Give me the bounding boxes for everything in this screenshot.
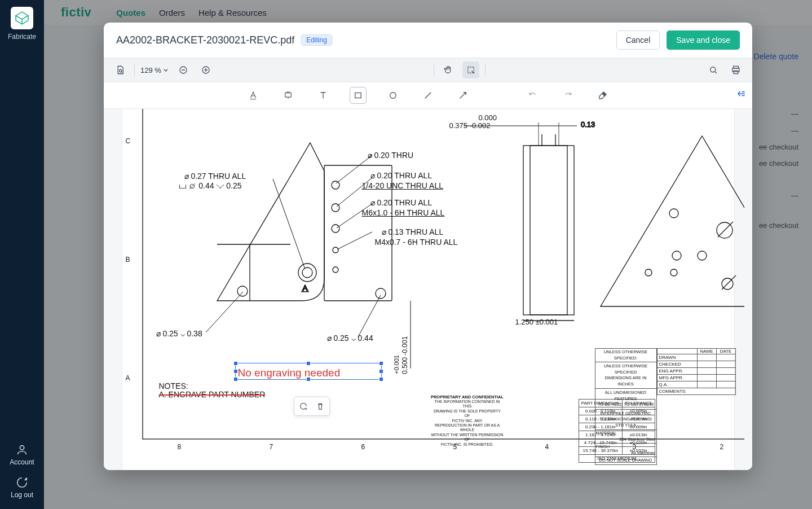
anno-delete-icon[interactable] <box>314 400 327 413</box>
page-icon[interactable] <box>112 62 129 78</box>
svg-text:A: A <box>303 284 307 292</box>
row-label: B <box>126 256 130 264</box>
logout-button[interactable]: Log out <box>11 476 33 499</box>
select-icon[interactable] <box>462 62 479 78</box>
callout: 1/4-20 UNC THRU ALL <box>362 181 443 190</box>
spec-block: UNLESS OTHERWISE SPECIFIED: UNLESS OTHER… <box>595 348 657 465</box>
annotation-toolbar <box>104 82 752 109</box>
note-icon[interactable] <box>280 87 297 104</box>
print-icon[interactable] <box>727 62 744 78</box>
dim: 0.000 <box>479 113 497 122</box>
zoom-in-icon[interactable] <box>197 62 214 78</box>
svg-line-41 <box>336 155 372 183</box>
svg-line-46 <box>358 295 381 337</box>
brand-icon[interactable] <box>11 7 33 29</box>
svg-point-24 <box>376 288 386 299</box>
svg-point-16 <box>332 181 339 189</box>
pdf-page: C B A 8 7 6 5 4 3 2 <box>122 109 734 470</box>
col-label: 2 <box>720 443 724 451</box>
notes-line: A. ENGRAVE PART NUMBER <box>159 390 266 399</box>
circle-icon[interactable] <box>385 87 401 104</box>
rectangle-icon[interactable] <box>350 87 367 104</box>
arrow-icon[interactable] <box>454 87 471 104</box>
account-label: Account <box>10 458 34 466</box>
anno-reply-icon[interactable] <box>297 400 310 413</box>
brand-label: Fabricate <box>8 33 36 41</box>
dim: 0.375 -0.002 <box>449 121 491 130</box>
redo-icon[interactable] <box>559 87 576 104</box>
viewer-toolbar: 129 % <box>104 58 752 82</box>
callout: ⌀ 0.27 THRU ALL <box>184 172 246 181</box>
svg-point-35 <box>670 269 677 276</box>
text-icon[interactable] <box>315 87 332 104</box>
callout: ⌀ 0.20 THRU ALL <box>370 198 433 207</box>
zoom-display[interactable]: 129 % <box>140 66 169 74</box>
svg-point-11 <box>390 93 396 99</box>
modal-title: AA2002-BRACKET-2030021-REVC.pdf <box>116 34 294 46</box>
svg-point-31 <box>669 209 678 218</box>
svg-rect-10 <box>355 93 361 98</box>
annotation-panel-toggle[interactable] <box>732 85 750 103</box>
pdf-canvas[interactable]: C B A 8 7 6 5 4 3 2 <box>104 109 752 470</box>
pan-icon[interactable] <box>440 62 457 78</box>
svg-text:0.13: 0.13 <box>581 120 595 129</box>
text-annotation[interactable]: No engraving needed <box>235 363 382 380</box>
notes-heading: NOTES: <box>159 381 188 390</box>
row-label: C <box>126 137 131 145</box>
svg-point-5 <box>710 67 716 72</box>
svg-point-19 <box>333 247 338 253</box>
svg-point-32 <box>672 251 681 260</box>
col-label: 4 <box>545 443 549 451</box>
col-label: 7 <box>270 443 273 451</box>
left-sidebar: Fabricate Account Log out <box>0 0 44 509</box>
svg-rect-9 <box>285 93 292 98</box>
svg-point-34 <box>645 269 652 276</box>
rev-block: NAMEDATE DRAWN CHECKED ENG APPR. MFG APP… <box>657 348 736 395</box>
line-icon[interactable] <box>420 87 436 104</box>
eraser-icon[interactable] <box>594 87 611 104</box>
svg-line-39 <box>722 275 736 289</box>
annotation-toolbar-mini <box>294 397 330 416</box>
callout: ⌀ 0.25 ⌵ 0.44 <box>327 334 373 343</box>
editing-badge: Editing <box>301 34 332 46</box>
logout-label: Log out <box>11 491 33 499</box>
svg-point-22 <box>302 267 312 278</box>
svg-point-23 <box>237 286 248 296</box>
callout: M4x0.7 - 6H THRU ALL <box>375 238 458 247</box>
zoom-out-icon[interactable] <box>175 62 192 78</box>
svg-line-45 <box>206 292 243 332</box>
row-label: A <box>126 374 130 382</box>
col-label: 6 <box>361 443 365 451</box>
dim: 0.500 -0.001 <box>401 336 409 374</box>
callout: ⌀ 0.25 ⌵ 0.38 <box>156 329 202 338</box>
svg-line-44 <box>337 232 372 249</box>
text-style-icon[interactable] <box>245 87 262 104</box>
svg-point-18 <box>332 225 339 232</box>
callout: ⌴ ⌀ 0.44 ⌵ 0.25 <box>179 181 242 190</box>
modal-overlay: AA2002-BRACKET-2030021-REVC.pdf Editing … <box>44 0 812 509</box>
callout: ⌀ 0.20 THRU ALL <box>370 171 433 180</box>
callout: ⌀ 0.13 THRU ALL <box>382 227 444 236</box>
svg-point-21 <box>298 264 316 282</box>
dim: +0.001 <box>393 355 400 374</box>
svg-rect-26 <box>523 146 574 315</box>
svg-point-20 <box>333 267 338 273</box>
svg-point-0 <box>20 446 24 450</box>
proprietary-block: PROPRIETARY AND CONFIDENTIAL THE INFORMA… <box>431 394 504 447</box>
svg-line-40 <box>273 179 305 269</box>
undo-icon[interactable] <box>524 87 541 104</box>
search-icon[interactable] <box>705 62 722 78</box>
svg-rect-8 <box>734 71 738 74</box>
cancel-button[interactable]: Cancel <box>616 30 660 50</box>
svg-rect-27 <box>530 146 567 315</box>
dim: 1.250 ±0.001 <box>515 318 558 326</box>
callout: ⌀ 0.20 THRU <box>368 151 414 160</box>
callout: M6x1.0 - 6H THRU ALL <box>362 208 445 217</box>
col-label: 8 <box>178 443 182 451</box>
pdf-editor-modal: AA2002-BRACKET-2030021-REVC.pdf Editing … <box>104 23 752 470</box>
save-button[interactable]: Save and close <box>667 30 740 50</box>
account-button[interactable]: Account <box>10 444 34 466</box>
svg-point-33 <box>698 251 707 260</box>
